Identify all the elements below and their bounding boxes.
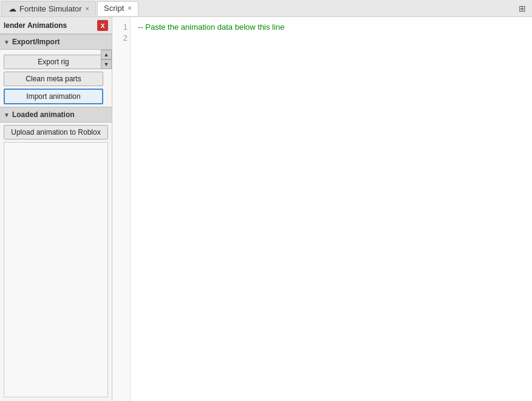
tab-bar-right: ⊞	[516, 2, 531, 15]
clean-meta-parts-button[interactable]: Clean meta parts	[4, 72, 103, 86]
upload-animation-button[interactable]: Upload animation to Roblox	[4, 125, 108, 140]
export-import-content: Export rig Clean meta parts Import anima…	[0, 50, 112, 107]
section-header-loaded-animation[interactable]: ▼ Loaded animation	[0, 107, 112, 123]
editor-content: 1 2 -- Paste the animation data below th…	[112, 17, 532, 401]
expand-icon[interactable]: ⊞	[516, 2, 528, 15]
line-numbers: 1 2	[112, 17, 131, 401]
section-arrow-export: ▼	[4, 39, 10, 45]
tab-bar: ☁ Fortnite Simulator × Script × ⊞	[0, 0, 532, 17]
section-title-export: Export/Import	[12, 38, 60, 46]
code-comment: -- Paste the animation data below this l…	[138, 22, 284, 32]
tab-fortnite-close[interactable]: ×	[86, 5, 89, 12]
code-line-1: -- Paste the animation data below this l…	[138, 22, 525, 33]
editor-area: 1 2 -- Paste the animation data below th…	[112, 17, 532, 401]
left-panel: lender Animations x ▼ Export/Import Expo…	[0, 17, 112, 401]
section-arrow-loaded: ▼	[4, 112, 10, 118]
panel-header: lender Animations x	[0, 17, 112, 34]
code-editor[interactable]: -- Paste the animation data below this l…	[131, 17, 532, 401]
panel-close-button[interactable]: x	[97, 20, 108, 31]
tab-script[interactable]: Script ×	[97, 1, 138, 16]
scroll-up-arrow[interactable]: ▲	[101, 50, 112, 59]
section-header-export-import[interactable]: ▼ Export/Import	[0, 34, 112, 50]
tab-script-label: Script	[104, 4, 124, 13]
code-line-2	[138, 33, 525, 44]
tab-fortnite-label: Fortnite Simulator	[19, 4, 82, 13]
line-number-1: 1	[123, 22, 128, 33]
loaded-animation-section: Upload animation to Roblox	[0, 123, 112, 401]
panel-title: lender Animations	[4, 21, 67, 30]
main-content: lender Animations x ▼ Export/Import Expo…	[0, 17, 532, 401]
cloud-icon: ☁	[8, 4, 16, 13]
tab-fortnite-simulator[interactable]: ☁ Fortnite Simulator ×	[1, 1, 96, 16]
section-title-loaded: Loaded animation	[12, 110, 75, 119]
export-import-buttons: Export rig Clean meta parts Import anima…	[0, 50, 112, 107]
scroll-down-arrow[interactable]: ▼	[101, 59, 112, 69]
scroll-arrows: ▲ ▼	[101, 50, 112, 69]
export-rig-button[interactable]: Export rig	[4, 55, 103, 69]
tab-script-close[interactable]: ×	[128, 5, 131, 12]
animation-list-area	[4, 142, 108, 397]
line-number-2: 2	[123, 33, 128, 44]
import-animation-button[interactable]: Import animation	[4, 89, 103, 104]
